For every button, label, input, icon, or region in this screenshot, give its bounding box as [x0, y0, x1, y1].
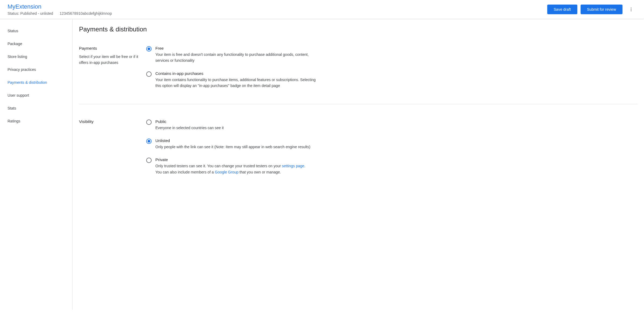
save-draft-button[interactable]: Save draft	[547, 5, 577, 14]
radio-desc: Your item contains functionality to purc…	[155, 77, 318, 89]
radio-content: Contains in-app purchases Your item cont…	[155, 71, 318, 89]
payments-options: Free Your item is free and doesn't conta…	[146, 46, 318, 89]
radio-title: Free	[155, 46, 318, 50]
payments-section: Payments Select if your item will be fre…	[79, 46, 638, 104]
desc-text: that you own or manage.	[238, 170, 281, 174]
sidebar-item-store-listing[interactable]: Store listing	[0, 50, 72, 63]
item-id: 12345678910abcdefghijklmnop	[60, 11, 112, 16]
sidebar-item-payments[interactable]: Payments & distribution	[0, 76, 72, 89]
radio-button[interactable]	[146, 46, 152, 52]
radio-option-iap[interactable]: Contains in-app purchases Your item cont…	[146, 71, 318, 89]
desc-text: .	[304, 164, 305, 168]
section-label: Payments Select if your item will be fre…	[79, 46, 146, 89]
svg-point-0	[631, 8, 632, 8]
payments-desc: Select if your item will be free or if i…	[79, 54, 146, 66]
main-content: Payments & distribution Payments Select …	[73, 19, 644, 310]
radio-desc: Only trusted testers can see it. You can…	[155, 163, 318, 175]
sidebar-item-stats[interactable]: Stats	[0, 102, 72, 115]
status-text: Status: Published - unlisted	[8, 11, 53, 16]
sidebar-item-status[interactable]: Status	[0, 24, 72, 37]
visibility-label: Visibility	[79, 119, 146, 124]
container: Status Package Store listing Privacy pra…	[0, 19, 644, 310]
settings-page-link[interactable]: settings page	[282, 164, 304, 168]
radio-title: Contains in-app purchases	[155, 71, 318, 76]
more-menu-button[interactable]	[626, 4, 636, 15]
radio-button[interactable]	[146, 119, 152, 125]
sidebar: Status Package Store listing Privacy pra…	[0, 19, 73, 310]
submit-review-button[interactable]: Submit for review	[581, 5, 622, 14]
payments-label: Payments	[79, 46, 146, 50]
svg-point-1	[631, 9, 632, 10]
header-right: Save draft Submit for review	[547, 4, 636, 15]
extension-title[interactable]: MyExtension	[8, 3, 112, 10]
header-meta: Status: Published - unlisted 12345678910…	[8, 11, 112, 16]
radio-desc: Only people with the link can see it (No…	[155, 144, 318, 150]
radio-option-private[interactable]: Private Only trusted testers can see it.…	[146, 157, 318, 175]
radio-content: Unlisted Only people with the link can s…	[155, 138, 318, 150]
sidebar-item-ratings[interactable]: Ratings	[0, 115, 72, 128]
desc-text: You can also include members of a	[155, 170, 215, 174]
sidebar-item-privacy[interactable]: Privacy practices	[0, 63, 72, 76]
sidebar-item-user-support[interactable]: User support	[0, 89, 72, 102]
svg-point-2	[631, 10, 632, 11]
radio-content: Public Everyone in selected countries ca…	[155, 119, 318, 131]
sidebar-item-package[interactable]: Package	[0, 37, 72, 50]
radio-desc: Your item is free and doesn't contain an…	[155, 52, 318, 64]
page-title: Payments & distribution	[79, 26, 638, 33]
radio-content: Free Your item is free and doesn't conta…	[155, 46, 318, 64]
radio-title: Private	[155, 157, 318, 162]
radio-button[interactable]	[146, 71, 152, 77]
radio-button[interactable]	[146, 139, 152, 144]
section-label: Visibility	[79, 119, 146, 175]
visibility-section: Visibility Public Everyone in selected c…	[79, 119, 638, 190]
radio-title: Unlisted	[155, 138, 318, 143]
visibility-options: Public Everyone in selected countries ca…	[146, 119, 318, 175]
radio-title: Public	[155, 119, 318, 124]
google-group-link[interactable]: Google Group	[215, 170, 238, 174]
radio-option-public[interactable]: Public Everyone in selected countries ca…	[146, 119, 318, 131]
header-left: MyExtension Status: Published - unlisted…	[8, 3, 112, 16]
radio-content: Private Only trusted testers can see it.…	[155, 157, 318, 175]
desc-text: Only trusted testers can see it. You can…	[155, 164, 282, 168]
radio-button[interactable]	[146, 158, 152, 163]
radio-option-free[interactable]: Free Your item is free and doesn't conta…	[146, 46, 318, 64]
radio-option-unlisted[interactable]: Unlisted Only people with the link can s…	[146, 138, 318, 150]
radio-desc: Everyone in selected countries can see i…	[155, 125, 318, 131]
header: MyExtension Status: Published - unlisted…	[0, 0, 644, 19]
more-vert-icon	[629, 7, 634, 12]
